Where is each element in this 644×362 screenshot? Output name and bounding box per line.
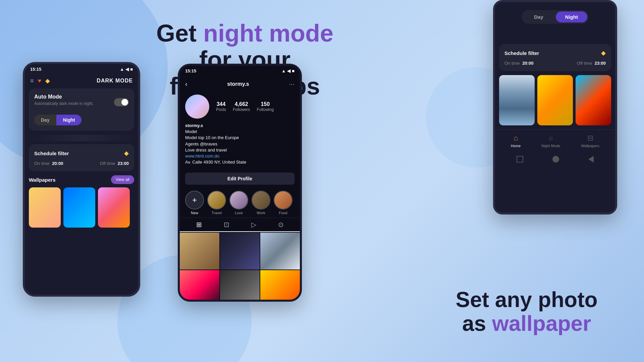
right-wp-bubble[interactable] (537, 75, 573, 125)
bio-line1: Model (185, 129, 294, 135)
auto-mode-subtitle: Automatically dark mode in night. (34, 101, 94, 106)
middle-signal-icon: ▲ (281, 68, 286, 73)
posts-label: Posts (216, 107, 226, 112)
right-day-button[interactable]: Day (523, 11, 554, 22)
system-circle-button[interactable] (552, 156, 559, 163)
day-night-toggle: Day Night (34, 115, 82, 125)
bottom-line2-purple: wallpaper (492, 311, 591, 336)
right-phone: Day Night Schedule filter ◆ On time 20:0… (493, 0, 617, 215)
wallpapers-icon: ⊟ (587, 134, 593, 142)
schedule-times: On time 20:00 Off time 23:00 (34, 161, 129, 166)
post-thumb-5[interactable] (220, 270, 260, 302)
more-options-button[interactable]: ··· (289, 80, 294, 88)
diamond-icon[interactable]: ◆ (45, 77, 50, 84)
right-wp-abstract[interactable] (576, 75, 611, 125)
schedule-header: Schedule filter ◆ (34, 149, 129, 157)
right-schedule-diamond-icon: ◆ (601, 49, 606, 57)
on-time-label: On time (34, 161, 50, 166)
wp-blue-gradient (63, 187, 95, 228)
grid-tab[interactable]: ⊞ (196, 221, 202, 229)
left-phone-title: DARK MODE (97, 78, 133, 84)
bio-location: Av. Calle 4930 NY, United State (185, 159, 294, 165)
wallpaper-thumbs (29, 187, 134, 228)
system-square-button[interactable] (517, 156, 523, 163)
right-on-time-section: On time 20:00 (504, 61, 533, 66)
wallpaper-thumb-2[interactable] (63, 187, 95, 228)
view-all-button[interactable]: View all (111, 175, 134, 184)
right-night-button[interactable]: Night (556, 11, 587, 22)
header-line1-purple: night mode (203, 20, 333, 47)
profile-bio: stormy.s Model Model top 10 on the Europ… (185, 123, 294, 165)
toggle-knob (121, 99, 128, 106)
story-work-circle[interactable] (252, 191, 270, 209)
system-back-button[interactable] (588, 156, 594, 163)
post-thumb-2[interactable] (220, 233, 260, 269)
off-time-value: 23:00 (118, 161, 129, 166)
night-button[interactable]: Night (56, 115, 82, 125)
right-wallpaper-grid (499, 75, 611, 125)
tag-tab[interactable]: ⊙ (278, 221, 284, 229)
heart-icon[interactable]: ♥ (38, 77, 42, 84)
nav-home[interactable]: ⌂ Home (511, 134, 521, 148)
post-thumb-3[interactable] (260, 233, 300, 269)
home-icon: ⌂ (514, 134, 518, 142)
story-love: Love (229, 191, 248, 215)
story-travel-label: Travel (212, 211, 222, 215)
play-tab[interactable]: ▷ (251, 221, 256, 229)
story-add-circle[interactable]: + (185, 191, 204, 209)
right-wp-mountain[interactable] (499, 75, 535, 125)
back-button[interactable]: ‹ (185, 80, 187, 88)
on-time-section: On time 20:00 (34, 161, 63, 166)
story-travel-circle[interactable] (207, 191, 226, 209)
post-thumb-6[interactable] (260, 270, 300, 302)
wallpaper-thumb-1[interactable] (29, 187, 61, 228)
post-tabs: ⊞ ⊡ ▷ ⊙ (180, 218, 300, 232)
day-button[interactable]: Day (34, 115, 56, 125)
posts-stat: 344 Posts (216, 101, 226, 112)
nav-wallpapers[interactable]: ⊟ Wallpapers (581, 134, 599, 148)
left-phone-status-icons: ▲ ◀ ■ (120, 67, 133, 72)
story-new-label: New (191, 211, 198, 215)
wallpapers-header: Wallpapers View all (29, 175, 134, 184)
off-time-section: Off time 23:00 (100, 161, 129, 166)
story-love-circle[interactable] (229, 191, 248, 209)
on-time-value: 20:00 (52, 161, 63, 166)
middle-phone-status-bar: 15:15 ▲ ◀ ■ (180, 66, 300, 76)
schedule-diamond-icon: ◆ (124, 149, 129, 157)
edit-profile-button[interactable]: Edit Profile (185, 173, 294, 185)
left-nav-icons-left: ≡ ♥ ◆ (30, 77, 50, 84)
instagram-header: ‹ stormy.s ··· (180, 76, 300, 92)
post-thumb-4[interactable] (180, 270, 219, 302)
wp-yellow-gradient (29, 187, 61, 228)
bottom-line1: Set any photo (455, 288, 597, 312)
schedule-card: Schedule filter ◆ On time 20:00 Off time… (29, 144, 134, 171)
video-tab[interactable]: ⊡ (224, 221, 229, 229)
bio-link[interactable]: www.html.com.do (185, 153, 294, 159)
story-food-label: Food (279, 211, 287, 215)
header-line1-start: Get (156, 20, 203, 47)
nav-night-mode-label: Night Mode (541, 144, 560, 148)
bottom-text: Set any photo as wallpaper (443, 288, 610, 335)
story-new: + New (185, 191, 204, 215)
post-thumb-1[interactable] (180, 233, 219, 269)
right-phone-status-spacer (495, 2, 615, 7)
day-night-toggle-row: Day Night (34, 115, 129, 125)
middle-phone: 15:15 ▲ ◀ ■ ‹ stormy.s ··· 344 Posts 4,6… (178, 64, 302, 302)
right-on-time-value: 20:00 (522, 61, 533, 66)
auto-mode-toggle[interactable] (114, 98, 129, 106)
right-schedule-card: Schedule filter ◆ On time 20:00 Off time… (499, 44, 611, 71)
wifi-icon: ◀ (125, 67, 129, 72)
auto-mode-card: Auto Mode Automatically dark mode in nig… (29, 88, 134, 131)
story-love-label: Love (235, 211, 243, 215)
auto-mode-title: Auto Mode (34, 94, 94, 100)
nav-night-mode[interactable]: ☼ Night Mode (541, 134, 560, 148)
followers-stat: 4,662 Followers (233, 101, 250, 112)
profile-section: 344 Posts 4,662 Followers 150 Following … (180, 92, 300, 169)
left-phone-time: 15:15 (30, 67, 41, 72)
wallpaper-thumb-3[interactable] (98, 187, 130, 228)
menu-icon[interactable]: ≡ (30, 77, 34, 84)
story-food-circle[interactable] (274, 191, 292, 209)
auto-mode-text: Auto Mode Automatically dark mode in nig… (34, 94, 94, 111)
profile-top: 344 Posts 4,662 Followers 150 Following (185, 95, 294, 119)
story-food: Food (274, 191, 292, 215)
